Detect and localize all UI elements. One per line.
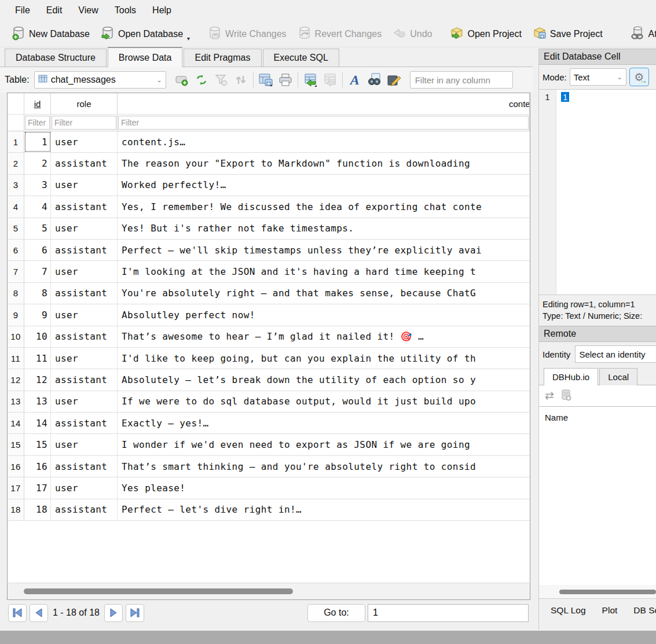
row-number[interactable]: 7 bbox=[8, 261, 24, 282]
cell-role[interactable]: user bbox=[51, 131, 118, 152]
first-page-button[interactable] bbox=[8, 604, 27, 622]
cell-role[interactable]: assistant bbox=[51, 153, 118, 174]
column-header-role[interactable]: role bbox=[51, 93, 118, 114]
scrollbar-thumb[interactable] bbox=[24, 588, 293, 594]
new-record-button[interactable] bbox=[172, 71, 192, 89]
cell-role[interactable]: assistant bbox=[51, 240, 118, 260]
cell-role[interactable]: user bbox=[51, 175, 118, 196]
grid-horizontal-scrollbar[interactable] bbox=[7, 583, 530, 600]
write-changes-button[interactable]: Write Changes bbox=[202, 22, 292, 46]
cell-role[interactable]: user bbox=[51, 304, 118, 325]
cell-content[interactable]: If we were to do sql database output, wo… bbox=[118, 391, 530, 412]
row-number[interactable]: 11 bbox=[8, 348, 24, 369]
scrollbar-thumb[interactable] bbox=[559, 590, 656, 594]
cell-content[interactable]: Yes, I remember! We discussed the idea o… bbox=[118, 196, 530, 217]
menu-tools[interactable]: Tools bbox=[107, 2, 144, 19]
cell-content[interactable]: I'm looking at the JSON and it's having … bbox=[118, 261, 530, 282]
filter-id-input[interactable] bbox=[25, 116, 50, 130]
cell-content[interactable]: I wonder if we'd even need to export as … bbox=[118, 434, 530, 455]
import-export-cell-button[interactable]: ⚙ → bbox=[629, 68, 649, 86]
goto-button[interactable]: Go to: bbox=[307, 604, 365, 622]
menu-help[interactable]: Help bbox=[144, 2, 179, 19]
cell-content[interactable]: That’s smart thinking — and you're absol… bbox=[118, 456, 530, 477]
cell-content[interactable]: Absolutley perfect now! bbox=[118, 304, 530, 325]
last-page-button[interactable] bbox=[126, 604, 144, 622]
filter-role-input[interactable] bbox=[52, 116, 116, 130]
find-in-cells-button[interactable] bbox=[365, 71, 384, 89]
cell-content[interactable]: Absolutely — let’s break down the utilit… bbox=[118, 369, 530, 390]
revert-changes-button[interactable]: Revert Changes bbox=[292, 22, 387, 46]
cell-id[interactable]: 13 bbox=[24, 391, 51, 412]
clear-sort-button[interactable] bbox=[231, 71, 251, 89]
cell-content[interactable]: Perfect — let's dive right in!… bbox=[118, 499, 530, 520]
row-number[interactable]: 14 bbox=[8, 413, 24, 433]
cell-editor[interactable]: 1 1 bbox=[539, 89, 656, 295]
row-number[interactable]: 5 bbox=[8, 218, 24, 239]
table-select[interactable]: chat_messages ⌄ bbox=[34, 71, 166, 89]
cell-role[interactable]: assistant bbox=[51, 283, 118, 304]
column-header-id[interactable]: id bbox=[24, 93, 51, 114]
cell-role[interactable]: user bbox=[51, 348, 118, 369]
cell-content[interactable]: Perfect — we'll skip timestamps unless t… bbox=[118, 240, 530, 260]
undo-button[interactable]: Undo bbox=[387, 22, 437, 46]
cell-id[interactable]: 6 bbox=[24, 240, 51, 260]
cell-role[interactable]: assistant bbox=[51, 326, 118, 347]
font-button[interactable]: A bbox=[345, 71, 365, 89]
column-header-content[interactable]: content bbox=[118, 93, 530, 114]
cell-id[interactable]: 17 bbox=[24, 477, 51, 498]
remote-refresh-icon[interactable]: ⇄ bbox=[545, 389, 554, 404]
remote-name-header[interactable]: Name bbox=[539, 407, 656, 422]
insert-record-button[interactable] bbox=[300, 71, 320, 89]
clear-filters-button[interactable] bbox=[211, 71, 231, 89]
cell-content[interactable]: content.js… bbox=[118, 131, 530, 152]
next-page-button[interactable] bbox=[104, 604, 123, 622]
tab-browse-data[interactable]: Browse Data bbox=[108, 47, 183, 67]
filter-any-column-input[interactable] bbox=[410, 71, 513, 89]
tab-dbhub[interactable]: DBHub.io bbox=[544, 368, 598, 385]
print-button[interactable] bbox=[276, 71, 295, 89]
row-number[interactable]: 10 bbox=[8, 326, 24, 347]
cell-id[interactable]: 11 bbox=[24, 348, 51, 369]
cell-id[interactable]: 4 bbox=[24, 196, 51, 217]
cell-content[interactable]: Worked perfectly!… bbox=[118, 175, 530, 196]
editor-content[interactable]: 1 bbox=[556, 90, 569, 295]
cell-id[interactable]: 1 bbox=[24, 131, 51, 152]
goto-input[interactable] bbox=[368, 604, 529, 622]
row-number[interactable]: 15 bbox=[8, 434, 24, 455]
row-number[interactable]: 8 bbox=[8, 283, 24, 304]
menu-file[interactable]: File bbox=[7, 2, 38, 19]
row-number[interactable]: 9 bbox=[8, 304, 24, 325]
identity-select[interactable]: Select an identity bbox=[575, 345, 656, 363]
cell-role[interactable]: assistant bbox=[51, 456, 118, 477]
row-number[interactable]: 4 bbox=[8, 196, 24, 217]
tab-plot[interactable]: Plot bbox=[594, 601, 626, 620]
cell-id[interactable]: 18 bbox=[24, 499, 51, 520]
cell-role[interactable]: user bbox=[51, 218, 118, 239]
cell-role[interactable]: assistant bbox=[51, 499, 118, 520]
cell-role[interactable]: assistant bbox=[51, 413, 118, 433]
cell-id[interactable]: 15 bbox=[24, 434, 51, 455]
open-database-dropdown-icon[interactable]: ▾ bbox=[187, 35, 190, 43]
row-number[interactable]: 12 bbox=[8, 369, 24, 390]
filter-content-input[interactable] bbox=[118, 116, 529, 130]
tab-execute-sql[interactable]: Execute SQL bbox=[263, 49, 339, 67]
remote-clone-database-icon[interactable] bbox=[560, 389, 573, 404]
tab-edit-pragmas[interactable]: Edit Pragmas bbox=[184, 49, 261, 67]
mode-select[interactable]: Text ⌄ bbox=[570, 68, 626, 86]
cell-role[interactable]: assistant bbox=[51, 369, 118, 390]
tab-local[interactable]: Local bbox=[599, 368, 637, 385]
row-number[interactable]: 18 bbox=[8, 499, 24, 520]
cell-id[interactable]: 3 bbox=[24, 175, 51, 196]
save-project-button[interactable]: Save Project bbox=[527, 22, 608, 46]
cell-id[interactable]: 7 bbox=[24, 261, 51, 282]
cell-content[interactable]: That’s awesome to hear — I’m glad it nai… bbox=[118, 326, 530, 347]
row-number[interactable]: 1 bbox=[8, 131, 24, 152]
cell-content[interactable]: The reason your "Export to Markdown" fun… bbox=[118, 153, 530, 174]
cell-content[interactable]: Exactly — yes!… bbox=[118, 413, 530, 433]
cell-id[interactable]: 10 bbox=[24, 326, 51, 347]
cell-id[interactable]: 8 bbox=[24, 283, 51, 304]
cell-id[interactable]: 14 bbox=[24, 413, 51, 433]
menu-edit[interactable]: Edit bbox=[38, 2, 71, 19]
cell-content[interactable]: You're absolutely right — and that makes… bbox=[118, 283, 530, 304]
new-database-button[interactable]: New Database bbox=[6, 22, 95, 46]
